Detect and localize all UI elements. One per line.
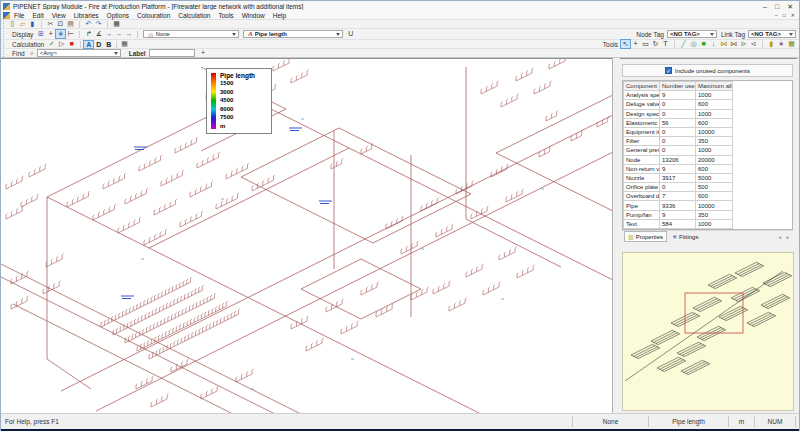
tab-fittings[interactable]: ✳Fittings bbox=[669, 231, 701, 242]
table-cell: Non-return v... bbox=[624, 164, 660, 173]
node-tag-dropdown[interactable]: <NO TAG> bbox=[667, 30, 717, 38]
area-select-tool[interactable]: ▭ bbox=[641, 40, 650, 48]
zoom-extents-icon[interactable]: ∗ bbox=[56, 30, 65, 38]
table-row[interactable]: Orifice plate0500 bbox=[624, 183, 733, 192]
grid-icon[interactable]: ⊞ bbox=[36, 30, 45, 38]
deluge-valve-tool[interactable]: ⋈ bbox=[729, 40, 738, 48]
pump-tool[interactable]: ⊳ bbox=[739, 40, 748, 48]
table-row[interactable]: Deluge valve0600 bbox=[624, 100, 733, 109]
view-dropdown[interactable]: ◎ None bbox=[143, 30, 239, 38]
text-tool[interactable]: T bbox=[661, 40, 670, 48]
include-unused-checkbox[interactable]: ✓ bbox=[665, 67, 672, 74]
maximize-button[interactable]: □ bbox=[775, 2, 779, 11]
menu-libraries[interactable]: Libraries bbox=[74, 12, 99, 19]
menu-colouration[interactable]: Colouration bbox=[137, 12, 170, 19]
redo-icon[interactable]: ↷ bbox=[94, 20, 103, 28]
table-row[interactable]: Filter0350 bbox=[624, 137, 733, 146]
spec-break-tool[interactable]: ⊲ bbox=[749, 40, 758, 48]
colouration-dropdown[interactable]: A Pipe length bbox=[243, 30, 343, 38]
table-row[interactable]: Elastomeric v...56600 bbox=[624, 118, 733, 127]
menu-calculation[interactable]: Calculation bbox=[178, 12, 210, 19]
new-file-icon[interactable]: ▯ bbox=[8, 20, 17, 28]
close-button[interactable]: ✕ bbox=[787, 2, 793, 11]
select-tool[interactable]: ↖ bbox=[621, 40, 630, 48]
pipe-tool[interactable]: ╱ bbox=[679, 40, 688, 48]
arrow-plain-icon[interactable]: → bbox=[104, 30, 113, 38]
pipe-length-legend[interactable]: Pipe length 15003000450060007500 m bbox=[206, 68, 272, 134]
component-panel: ✓ Include unused components ComponentNum… bbox=[620, 58, 797, 413]
table-row[interactable]: General press...01000 bbox=[624, 146, 733, 155]
arrow-result-icon[interactable]: → bbox=[124, 30, 133, 38]
table-row[interactable]: Text5841000 bbox=[624, 219, 733, 228]
tab-properties[interactable]: ▥Properties bbox=[624, 231, 667, 242]
save-icon[interactable]: ▮ bbox=[28, 20, 37, 28]
run-calculation-icon[interactable]: ▷ bbox=[57, 40, 66, 48]
column-header[interactable]: Number used bbox=[660, 82, 696, 91]
report-grid-icon[interactable]: ▦ bbox=[120, 40, 129, 48]
print-icon[interactable]: ▦ bbox=[112, 20, 121, 28]
redraw-icon[interactable]: ↱ bbox=[84, 30, 93, 38]
tab-scroll-arrows[interactable]: ◂ ▸ bbox=[779, 234, 791, 240]
menu-window[interactable]: Window bbox=[242, 12, 265, 19]
column-header[interactable]: Maximum all... bbox=[696, 82, 733, 91]
undo-icon[interactable]: ↶ bbox=[84, 20, 93, 28]
pan-tool[interactable]: + bbox=[631, 40, 640, 48]
find-any-value: <Any> bbox=[40, 50, 112, 56]
add-node-icon[interactable]: + bbox=[46, 30, 55, 38]
orifice-plate-tool[interactable]: ∗ bbox=[777, 40, 786, 48]
menu-view[interactable]: View bbox=[52, 12, 66, 19]
menu-help[interactable]: Help bbox=[273, 12, 286, 19]
component-table-wrap: ComponentNumber usedMaximum all... Analy… bbox=[622, 80, 793, 230]
include-unused-row[interactable]: ✓ Include unused components bbox=[622, 64, 793, 77]
title-bar: PIPENET Spray Module - Fire at Productio… bbox=[1, 1, 799, 11]
table-row[interactable]: Node1320620000 bbox=[624, 155, 733, 164]
find-any-dropdown[interactable]: <Any> bbox=[37, 49, 121, 57]
add-search-button[interactable]: + bbox=[199, 49, 208, 57]
label-search-input[interactable] bbox=[149, 49, 195, 57]
table-cell: 56 bbox=[660, 118, 696, 127]
table-row[interactable]: Pipe933610000 bbox=[624, 201, 733, 210]
non-return-valve-tool[interactable]: ⋈ bbox=[719, 40, 728, 48]
angle-label-icon[interactable]: ∡ bbox=[94, 30, 103, 38]
output-a-button[interactable]: A bbox=[84, 41, 93, 48]
table-row[interactable]: Analysis spec...91000 bbox=[624, 91, 733, 100]
menu-file[interactable]: File bbox=[14, 12, 24, 19]
node-tool[interactable]: ■ bbox=[699, 40, 708, 48]
equipment-item-tool[interactable]: ▦ bbox=[787, 40, 796, 48]
elastomeric-valve-tool[interactable]: ↓ bbox=[709, 40, 718, 48]
check-calculation-icon[interactable]: ✓ bbox=[47, 40, 56, 48]
table-row[interactable]: Overboard d...7600 bbox=[624, 192, 733, 201]
output-b-button[interactable]: B bbox=[104, 41, 113, 48]
paste-icon[interactable]: ▤ bbox=[66, 20, 75, 28]
legend-value: 6000 bbox=[220, 105, 255, 114]
table-row[interactable]: Non-return v...9600 bbox=[624, 164, 733, 173]
fit-width-icon[interactable]: ⊢ bbox=[66, 30, 75, 38]
column-header[interactable]: Component bbox=[624, 82, 660, 91]
overview-minimap[interactable] bbox=[622, 252, 794, 411]
child-restore-button[interactable]: □ bbox=[783, 12, 786, 18]
output-d-button[interactable]: D bbox=[94, 41, 103, 48]
zoom-tool[interactable]: ↻ bbox=[651, 40, 660, 48]
minimize-button[interactable]: – bbox=[763, 2, 767, 11]
child-minimize-button[interactable]: – bbox=[775, 12, 778, 18]
table-row[interactable]: Nozzle39175000 bbox=[624, 173, 733, 182]
menu-edit[interactable]: Edit bbox=[32, 12, 43, 19]
copy-icon[interactable]: ⊡ bbox=[56, 20, 65, 28]
component-table[interactable]: ComponentNumber usedMaximum all... Analy… bbox=[623, 81, 733, 229]
nozzle-tool[interactable]: ◎ bbox=[689, 40, 698, 48]
link-tag-dropdown[interactable]: <NO TAG> bbox=[748, 30, 796, 38]
table-row[interactable]: Equipment it...010000 bbox=[624, 127, 733, 136]
cut-icon[interactable]: ✂ bbox=[46, 20, 55, 28]
underline-button[interactable]: U bbox=[346, 30, 355, 38]
menu-tools[interactable]: Tools bbox=[218, 12, 233, 19]
table-row[interactable]: Pump/fan9350 bbox=[624, 210, 733, 219]
arrow-flow-icon[interactable]: → bbox=[114, 30, 123, 38]
view-icon: ◎ bbox=[148, 31, 153, 38]
table-row[interactable]: Design spec...01000 bbox=[624, 109, 733, 118]
child-close-button[interactable]: ✕ bbox=[791, 12, 795, 18]
schematic-canvas[interactable]: Pipe length 15003000450060007500 m bbox=[1, 58, 613, 413]
menu-options[interactable]: Options bbox=[107, 12, 129, 19]
delete-results-icon[interactable]: ■ bbox=[67, 40, 76, 48]
filter-tool[interactable]: ▮ bbox=[767, 40, 776, 48]
open-file-icon[interactable]: ▱ bbox=[18, 20, 27, 28]
